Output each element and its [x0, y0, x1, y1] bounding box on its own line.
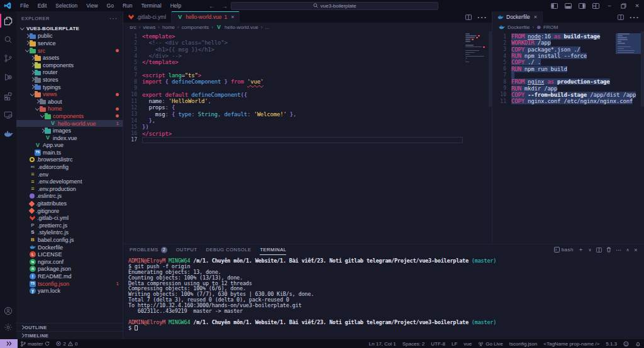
status-go-live[interactable]: Go Live	[475, 339, 506, 348]
tree-item-license[interactable]: LLICENSE	[16, 251, 123, 258]
panel-tab-problems[interactable]: PROBLEMS2	[130, 244, 167, 255]
tree-item-home[interactable]: home	[16, 106, 123, 113]
editor-more-actions-icon[interactable]: ⋯	[477, 11, 487, 23]
command-center-search[interactable]: vue3-boilerplate	[231, 2, 438, 10]
tab-dockerfile[interactable]: Dockerfile×	[492, 11, 543, 23]
activity-docker-icon[interactable]	[0, 124, 16, 143]
tree-item--stylelintrc-js[interactable]: S.stylelintrc.js	[16, 229, 123, 237]
breadcrumb-segment[interactable]: components	[182, 24, 209, 30]
toggle-secondary-sidebar-icon[interactable]	[575, 0, 589, 11]
breadcrumb-segment[interactable]: ...	[265, 24, 269, 30]
status-feedback[interactable]	[620, 339, 632, 348]
tree-item--prettierrc-js[interactable]: P.prettierrc.js	[16, 222, 123, 229]
tree-item-images[interactable]: images	[16, 127, 123, 134]
breadcrumb-right[interactable]: Dockerfile›⊕FROM	[492, 23, 644, 31]
tree-item-views[interactable]: views	[16, 90, 123, 98]
timeline-section[interactable]: TIMELINE	[16, 331, 123, 339]
menu-edit[interactable]: Edit	[33, 0, 52, 11]
panel-tab-debug-console[interactable]: DEBUG CONSOLE	[206, 244, 252, 255]
kill-terminal-icon[interactable]	[606, 247, 611, 253]
menu-run[interactable]: Run	[118, 0, 137, 11]
tree-root[interactable]: VUE3-BOILERPLATE	[16, 25, 123, 33]
tab-close-icon[interactable]: ×	[534, 14, 537, 20]
activity-settings-icon[interactable]	[0, 319, 16, 335]
activity-account-icon[interactable]	[0, 303, 16, 319]
status-tsconfig[interactable]: tsconfig.json	[506, 339, 540, 348]
tree-item-main-ts[interactable]: TSmain.ts	[16, 149, 123, 156]
status-version[interactable]: 5.1.3	[602, 339, 620, 348]
tree-item--gitattributes[interactable]: .gitattributes	[16, 200, 123, 207]
activity-search-icon[interactable]	[0, 30, 16, 49]
split-editor-icon[interactable]	[465, 14, 472, 20]
remote-indicator[interactable]	[0, 339, 18, 348]
tree-item-readme-md[interactable]: iREADME.md	[16, 273, 123, 280]
tree-item-src[interactable]: src	[16, 47, 123, 55]
panel-tab-terminal[interactable]: TERMINAL	[260, 244, 286, 255]
activity-run-debug-icon[interactable]	[0, 68, 16, 87]
breadcrumb-segment[interactable]: src	[130, 24, 136, 30]
toggle-panel-icon[interactable]	[561, 0, 575, 11]
terminal-dropdown-icon[interactable]: ∨	[588, 247, 592, 253]
tree-item--eslintrc-js[interactable]: .eslintrc.js	[16, 193, 123, 200]
tree-item-stores[interactable]: stores	[16, 76, 123, 84]
tree-item-nginx-conf[interactable]: Nnginx.conf	[16, 258, 123, 266]
customize-layout-icon[interactable]	[589, 0, 602, 11]
breadcrumb-segment[interactable]: views	[143, 24, 155, 30]
tree-item-hello-world-vue[interactable]: Vhello-world.vue1	[16, 120, 123, 128]
tree-item-index-vue[interactable]: Vindex.vue	[16, 134, 123, 142]
menu-view[interactable]: View	[82, 0, 102, 11]
breadcrumb-left[interactable]: src›views›home›components›Vhello-world.v…	[123, 23, 492, 31]
status-cursor-position[interactable]: Ln 17, Col 1	[366, 339, 399, 348]
activity-extensions-icon[interactable]	[0, 87, 16, 106]
tree-item--env-production[interactable]: ≡.env.production	[16, 185, 123, 193]
explorer-more-actions-icon[interactable]: ···	[109, 15, 118, 22]
outline-section[interactable]: OUTLINE	[16, 323, 123, 331]
tree-item--editorconfig[interactable]: ec.editorconfig	[16, 163, 123, 171]
split-editor-icon[interactable]	[618, 14, 624, 20]
breadcrumb-segment[interactable]: hello-world.vue	[225, 24, 258, 30]
tree-item-yarn-lock[interactable]: yyarn.lock	[16, 287, 123, 295]
tree-item-assets[interactable]: assets	[16, 54, 123, 62]
terminal-shell-selector[interactable]: bash	[554, 247, 574, 253]
menu-go[interactable]: Go	[103, 0, 118, 11]
tree-item-components[interactable]: components	[16, 62, 123, 69]
activity-remote-explorer-icon[interactable]	[0, 106, 16, 124]
problems-indicator[interactable]: 2 0	[53, 339, 80, 348]
tree-item-typings[interactable]: typings	[16, 84, 123, 91]
panel-tab-output[interactable]: OUTPUT	[176, 244, 197, 255]
minimap[interactable]	[465, 33, 487, 65]
tree-item--gitignore[interactable]: .gitignore	[16, 207, 123, 215]
breadcrumb-segment[interactable]: FROM	[543, 24, 558, 30]
code-editor-dockerfile[interactable]: 1FROM node:16 as build-stage2WORKDIR /ap…	[492, 31, 644, 244]
breadcrumb-segment[interactable]: home	[162, 24, 175, 30]
tab-hello-world-vue[interactable]: Vhello-world.vue1×	[172, 11, 240, 23]
forward-arrow-icon[interactable]: →	[221, 3, 228, 9]
git-branch-indicator[interactable]: master	[18, 339, 53, 348]
menu-terminal[interactable]: Terminal	[137, 0, 166, 11]
status-indentation[interactable]: Spaces: 2	[399, 339, 428, 348]
tree-item-public[interactable]: public	[16, 33, 123, 40]
maximize-panel-icon[interactable]: ∧	[626, 247, 630, 253]
tree-item--gitlab-ci-yml[interactable]: .gitlab-ci.yml	[16, 214, 123, 222]
tree-item-router[interactable]: router	[16, 69, 123, 77]
tree-item-app-vue[interactable]: VApp.vue	[16, 142, 123, 150]
status-language-mode[interactable]: vue	[460, 339, 475, 348]
menu-file[interactable]: File	[16, 0, 33, 11]
breadcrumb-segment[interactable]: Dockerfile	[508, 24, 530, 30]
tab-close-icon[interactable]: ×	[231, 14, 234, 20]
terminal-output[interactable]: ADMIN@ElroyM MINGW64 /m/1. Chuyên môn/1.…	[123, 255, 644, 339]
tab--gitlab-ci-yml[interactable]: .gitlab-ci.yml	[123, 11, 172, 23]
activity-explorer-icon[interactable]	[0, 11, 16, 30]
tree-item--env[interactable]: ≡.env	[16, 171, 123, 178]
close-button[interactable]: ✕	[630, 0, 644, 11]
split-terminal-icon[interactable]	[596, 247, 602, 253]
tree-item-babel-config-js[interactable]: Bbabel.config.js	[16, 236, 123, 244]
minimap[interactable]	[618, 33, 639, 54]
tree-item-tsconfig-json[interactable]: TStsconfig.json1	[16, 280, 123, 288]
panel-more-actions-icon[interactable]: ⋯	[616, 247, 622, 253]
minimize-button[interactable]: –	[602, 0, 616, 11]
editor-scrollbar[interactable]	[641, 31, 644, 107]
tree-item-about[interactable]: about	[16, 98, 123, 106]
status-eol[interactable]: LF	[448, 339, 460, 348]
close-panel-icon[interactable]: ×	[634, 247, 638, 253]
